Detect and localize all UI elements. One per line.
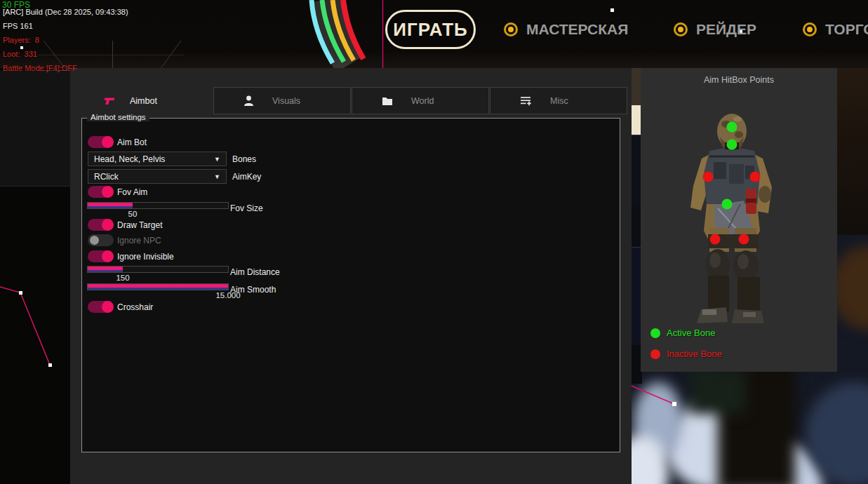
legend-inactive-bone: Inactive Bone — [650, 349, 722, 359]
fov-size-slider[interactable]: 50 — [87, 202, 229, 209]
toggle-knob — [102, 136, 114, 148]
fov-size-label: Fov Size — [230, 203, 263, 213]
coin-icon — [504, 22, 518, 36]
group-title: Aimbot settings — [87, 113, 149, 121]
bone-dot-left-thigh[interactable] — [710, 234, 721, 245]
crosshair-label: Crosshair — [117, 302, 153, 312]
tab-label: Visuals — [272, 96, 300, 106]
legend-active-bone: Active Bone — [650, 328, 715, 338]
tab-misc[interactable]: Misc — [490, 87, 627, 114]
ignore-npc-toggle[interactable] — [88, 234, 114, 246]
character-model — [641, 68, 837, 372]
pistol-icon — [105, 97, 115, 105]
active-bone-dot-icon — [650, 328, 660, 338]
nav-item-label: ТОРГО — [825, 21, 868, 38]
slider-fill — [88, 284, 228, 290]
aim-bot-toggle[interactable] — [88, 136, 114, 148]
coin-icon — [674, 22, 688, 36]
ignore-invisible-label: Ignore Invisible — [117, 252, 174, 262]
toggle-knob — [102, 186, 114, 198]
bone-dot-neck[interactable] — [727, 140, 737, 150]
tab-label: World — [411, 96, 434, 106]
cheat-menu-panel: Aimbot Visuals World — [70, 68, 632, 484]
toggle-knob — [90, 236, 99, 245]
nav-item-trade[interactable]: ТОРГО — [803, 21, 868, 38]
slider-value: 50 — [128, 210, 138, 218]
tab-aimbot[interactable]: Aimbot — [70, 87, 208, 114]
tab-world[interactable]: World — [352, 87, 489, 114]
screen: 30 FPS [ARC] Build (Dec 28 2025, 09:43:3… — [0, 0, 868, 484]
bone-dot-right-thigh[interactable] — [739, 234, 749, 245]
slider-fill — [88, 267, 123, 272]
inactive-bone-dot-icon — [650, 349, 660, 359]
fov-aim-toggle[interactable] — [88, 186, 114, 198]
toggle-knob — [102, 301, 114, 313]
legend-label: Inactive Bone — [667, 349, 722, 359]
coin-icon — [803, 22, 817, 36]
tab-visuals[interactable]: Visuals — [213, 87, 351, 114]
bones-label: Bones — [232, 154, 256, 164]
chevron-down-icon: ▼ — [214, 156, 220, 163]
aim-bot-label: Aim Bot — [117, 137, 147, 147]
ignore-npc-label: Ignore NPC — [117, 236, 161, 246]
chevron-down-icon: ▼ — [214, 173, 220, 180]
aimkey-label: AimKey — [232, 172, 261, 182]
draw-target-label: Draw Target — [117, 220, 162, 230]
sliders-plus-icon — [520, 95, 532, 106]
slider-fill — [88, 203, 133, 208]
play-button[interactable]: ИГРАТЬ — [385, 10, 476, 49]
aim-smooth-label: Aim Smooth — [230, 285, 276, 295]
tab-label: Aimbot — [130, 96, 157, 106]
draw-target-toggle[interactable] — [88, 219, 114, 231]
dropdown-value: RClick — [94, 172, 214, 182]
bone-dot-pelvis[interactable] — [722, 199, 733, 210]
nav-item-workshop[interactable]: МАСТЕРСКАЯ — [504, 21, 628, 38]
bone-dot-head[interactable] — [727, 122, 737, 133]
crosshair-toggle[interactable] — [88, 301, 114, 313]
fov-aim-label: Fov Aim — [117, 187, 147, 197]
aim-distance-slider[interactable]: 150 — [87, 266, 229, 273]
person-icon — [243, 95, 254, 107]
nav-item-label: РЕЙДЕР — [696, 21, 756, 38]
tab-label: Misc — [550, 96, 568, 106]
nav-item-raider[interactable]: РЕЙДЕР — [674, 21, 756, 38]
toggle-knob — [102, 219, 114, 231]
aim-distance-label: Aim Distance — [230, 267, 280, 277]
aimkey-dropdown[interactable]: RClick ▼ — [88, 169, 227, 184]
aimbot-settings-group: Aimbot settings Aim Bot Head, Neck, Pelv… — [81, 118, 620, 452]
ignore-invisible-toggle[interactable] — [88, 250, 114, 262]
folder-icon — [382, 96, 393, 106]
dropdown-value: Head, Neck, Pelvis — [94, 154, 214, 164]
bone-dot-right-shoulder[interactable] — [750, 172, 761, 182]
toggle-knob — [102, 250, 114, 262]
aim-smooth-slider[interactable]: 15.000 — [87, 283, 229, 290]
hitbox-panel: Aim HitBox Points — [641, 68, 837, 372]
legend-label: Active Bone — [667, 328, 715, 338]
nav-item-label: МАСТЕРСКАЯ — [526, 21, 628, 38]
bone-dot-left-shoulder[interactable] — [703, 172, 714, 182]
bones-dropdown[interactable]: Head, Neck, Pelvis ▼ — [88, 152, 227, 166]
hitbox-model — [641, 68, 837, 372]
slider-value: 150 — [116, 274, 129, 282]
